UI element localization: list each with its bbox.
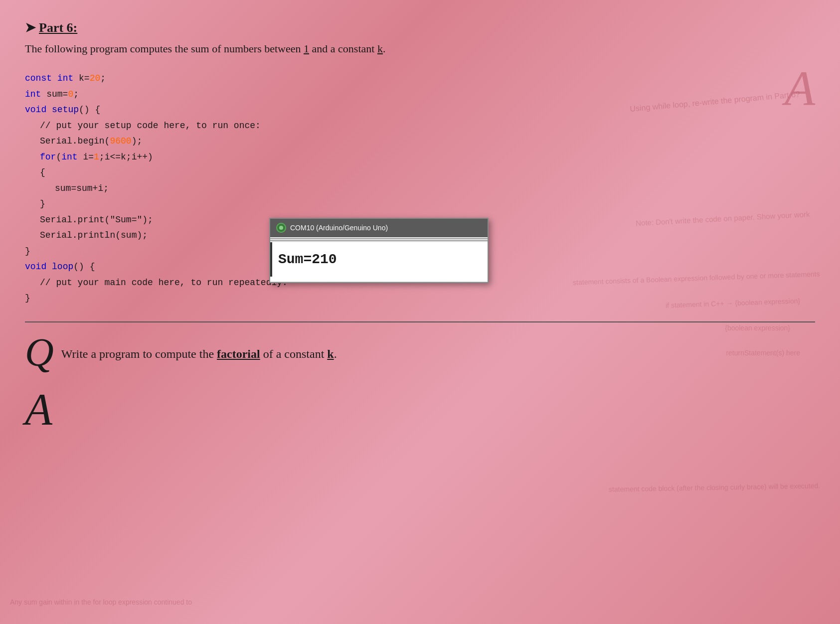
question-text-part1: Write a program to compute the xyxy=(61,347,217,360)
code-line-8: sum=sum+i; xyxy=(55,181,815,197)
code-line-5: Serial.begin(9600); xyxy=(40,134,815,150)
code-line-1: const int k=20; xyxy=(25,71,815,87)
code-line-7: { xyxy=(40,165,815,181)
code-line-15: } xyxy=(25,291,815,307)
part-heading-row: ➤ Part 6: xyxy=(25,20,815,35)
question-text: Write a program to compute the factorial… xyxy=(61,337,337,361)
answer-section: A xyxy=(25,387,815,432)
serial-monitor-title-text: COM10 (Arduino/Genuino Uno) xyxy=(290,222,388,234)
question-period: . xyxy=(334,347,337,360)
desc-period: . xyxy=(383,42,386,55)
serial-monitor-divider-bottom xyxy=(270,240,488,241)
question-underline2: k xyxy=(327,347,334,360)
code-line-9: } xyxy=(40,196,815,212)
code-line-2: int sum=0; xyxy=(25,87,815,103)
code-block: const int k=20; int sum=0; void setup() … xyxy=(25,71,815,307)
serial-monitor-divider-top xyxy=(270,238,488,239)
desc-text1: The following program computes the sum o… xyxy=(25,42,304,55)
serial-monitor-titlebar: COM10 (Arduino/Genuino Uno) xyxy=(270,219,488,237)
description: The following program computes the sum o… xyxy=(25,40,815,57)
code-line-3: void setup() { xyxy=(25,102,815,118)
desc-underline1: 1 xyxy=(304,42,309,55)
q-icon: Q xyxy=(25,332,54,372)
desc-middle: and a constant xyxy=(309,42,377,55)
watermark-7: statement code block (after the closing … xyxy=(609,481,820,493)
page-background: Using while loop, re-write the program i… xyxy=(0,0,840,624)
arduino-inner-icon xyxy=(279,226,283,230)
arduino-icon xyxy=(276,223,286,233)
part-label: Part 6: xyxy=(39,20,77,35)
part-arrow: ➤ xyxy=(25,20,36,35)
serial-monitor-content: Sum=210 xyxy=(270,242,488,282)
question-text-part2: of a constant xyxy=(260,347,328,360)
question-section: Q Write a program to compute the factori… xyxy=(25,337,815,372)
desc-underline2: k xyxy=(377,42,383,55)
a-icon: A xyxy=(25,387,52,432)
code-line-6: for(int i=1;i<=k;i++) xyxy=(40,150,815,165)
code-line-4: // put your setup code here, to run once… xyxy=(40,118,815,134)
serial-monitor: COM10 (Arduino/Genuino Uno) Sum=210 xyxy=(269,218,489,283)
question-underline: factorial xyxy=(217,347,260,360)
section-divider xyxy=(25,321,815,322)
serial-monitor-output: Sum=210 xyxy=(270,242,488,277)
watermark-8: Any sum gain within in the for loop expr… xyxy=(10,598,192,606)
main-content: ➤ Part 6: The following program computes… xyxy=(10,10,830,442)
